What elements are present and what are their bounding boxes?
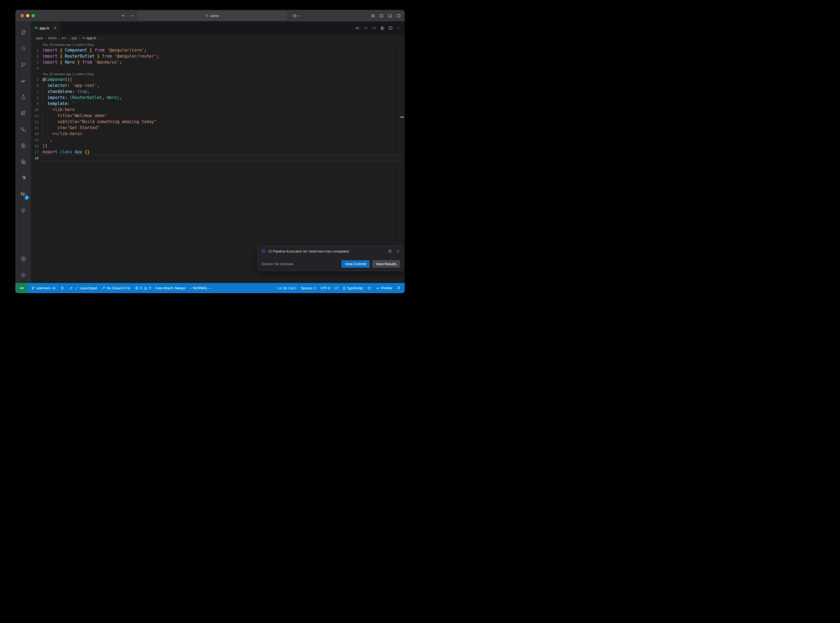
code-line-content: import { Component } from '@angular/core… bbox=[43, 48, 146, 53]
nav-location-icon[interactable] bbox=[364, 26, 368, 31]
line-number[interactable]: 8 bbox=[31, 96, 39, 100]
minimize-window-button[interactable] bbox=[26, 14, 29, 17]
activity-item-source-control[interactable] bbox=[15, 57, 31, 73]
activity-item-extensions[interactable] bbox=[15, 105, 31, 121]
code-line-13[interactable]: 13 cta="Get Started" bbox=[31, 125, 405, 131]
breadcrumb-item-file[interactable]: TS app.ts bbox=[82, 36, 96, 40]
activity-item-containers[interactable] bbox=[15, 202, 31, 218]
split-editor-icon[interactable] bbox=[388, 26, 393, 31]
activity-item-run-debug[interactable] bbox=[15, 73, 31, 89]
arrow-right-icon[interactable] bbox=[130, 14, 134, 18]
code-line-7[interactable]: 7 standalone: true, bbox=[31, 89, 405, 95]
code-line-14[interactable]: 14 ></lib-hero> bbox=[31, 131, 405, 137]
line-number[interactable]: 14 bbox=[31, 132, 39, 136]
line-number[interactable]: 1 bbox=[31, 48, 39, 52]
line-number[interactable]: 4 bbox=[31, 66, 39, 71]
commit-graph-icon[interactable] bbox=[380, 26, 385, 31]
breadcrumb-symbol-tail[interactable]: ... bbox=[101, 36, 104, 40]
customize-layout-icon[interactable] bbox=[371, 14, 375, 18]
activity-item-commit-graph[interactable] bbox=[15, 137, 31, 153]
gear-icon[interactable] bbox=[388, 249, 392, 253]
zoom-window-button[interactable] bbox=[32, 14, 35, 17]
activity-item-projects[interactable] bbox=[15, 121, 31, 137]
cursor-position-item[interactable]: Ln 18, Col 1 bbox=[276, 283, 298, 293]
command-center[interactable]: acme bbox=[138, 12, 286, 20]
line-number[interactable]: 11 bbox=[31, 114, 39, 118]
breadcrumb-item-src[interactable]: src bbox=[62, 36, 66, 40]
code-line-2[interactable]: 2import { RouterOutlet } from '@angular/… bbox=[31, 53, 405, 59]
view-commit-button[interactable]: View Commit bbox=[341, 260, 370, 268]
close-window-button[interactable] bbox=[21, 14, 24, 17]
activity-item-edge-devtools[interactable] bbox=[15, 170, 31, 186]
vim-mode-item[interactable]: -- NORMAL -- bbox=[187, 283, 213, 293]
auto-attach-item[interactable]: Auto Attach: Always bbox=[153, 283, 187, 293]
remote-indicator[interactable]: >< bbox=[15, 283, 28, 293]
breadcrumb-item-app[interactable]: app bbox=[71, 36, 77, 40]
line-number[interactable]: 15 bbox=[31, 138, 39, 142]
language-item[interactable]: {}TypeScript bbox=[341, 283, 365, 293]
activity-item-nx-console[interactable]: N›2 bbox=[15, 186, 31, 202]
prettier-item[interactable]: Prettier bbox=[374, 283, 395, 293]
activity-item-explorer[interactable] bbox=[15, 24, 31, 40]
code-line-1[interactable]: 1import { Component } from '@angular/cor… bbox=[31, 47, 405, 53]
indentation-item[interactable]: Spaces: 2 bbox=[299, 283, 318, 293]
breadcrumb-item-apps[interactable]: apps bbox=[36, 36, 43, 40]
panel-left-icon[interactable] bbox=[379, 14, 384, 18]
branch-item[interactable]: add-hero bbox=[29, 283, 58, 293]
view-results-button[interactable]: View Results bbox=[372, 260, 400, 268]
line-number[interactable]: 12 bbox=[31, 120, 39, 124]
line-number[interactable]: 16 bbox=[31, 144, 39, 148]
arrow-left-icon[interactable] bbox=[121, 14, 126, 18]
code-line-16[interactable]: 16}) bbox=[31, 143, 405, 149]
activity-item-search[interactable] bbox=[15, 40, 31, 57]
close-tab-icon[interactable]: ✕ bbox=[54, 26, 57, 30]
nx-cloud-fix-item[interactable]: Nx Cloud AI Fix bbox=[99, 283, 132, 293]
code-line-6[interactable]: 6 selector: 'app-root', bbox=[31, 83, 405, 89]
code-line-content: imports: [RouterOutlet, Hero], bbox=[43, 95, 122, 100]
code-line-3[interactable]: 3import { Hero } from '@acme/ui'; bbox=[31, 59, 405, 65]
code-line-4[interactable]: 4 bbox=[31, 65, 405, 71]
activity-item-testing[interactable] bbox=[15, 89, 31, 105]
copilot-item[interactable] bbox=[365, 283, 374, 293]
close-icon[interactable] bbox=[396, 249, 400, 253]
activity-item-settings[interactable] bbox=[15, 267, 31, 283]
copilot-menu-button[interactable] bbox=[292, 10, 301, 21]
line-number[interactable]: 10 bbox=[31, 108, 39, 112]
code-line-18[interactable]: 18 bbox=[31, 155, 405, 161]
testing-icon bbox=[20, 94, 26, 100]
more-actions-icon[interactable] bbox=[396, 26, 401, 31]
code-line-12[interactable]: 12 subtitle="Build something amazing tod… bbox=[31, 119, 405, 125]
activity-item-accounts[interactable] bbox=[15, 251, 31, 267]
line-number[interactable]: 17 bbox=[31, 150, 39, 154]
nav-back-icon[interactable] bbox=[355, 26, 360, 31]
line-number[interactable]: 13 bbox=[31, 126, 39, 130]
notifications-item[interactable] bbox=[395, 283, 403, 293]
encoding-item[interactable]: UTF-8 bbox=[318, 283, 332, 293]
code-line-15[interactable]: 15 `, bbox=[31, 137, 405, 143]
problems-item[interactable]: 00 bbox=[132, 283, 153, 293]
panel-right-icon[interactable] bbox=[396, 14, 401, 18]
breadcrumb-item-demo[interactable]: demo bbox=[48, 36, 57, 40]
line-number[interactable]: 9 bbox=[31, 102, 39, 106]
code-line-17[interactable]: 17export class App {} bbox=[31, 149, 405, 155]
code-line-5[interactable]: 5@Component({ bbox=[31, 77, 405, 83]
code-line-9[interactable]: 9 template: ` bbox=[31, 101, 405, 107]
line-number[interactable]: 3 bbox=[31, 60, 39, 64]
eol-item[interactable]: LF bbox=[332, 283, 341, 293]
line-number[interactable]: 2 bbox=[31, 54, 39, 58]
tab-app-ts[interactable]: TS app.ts ✕ bbox=[31, 21, 60, 35]
line-number[interactable]: 6 bbox=[31, 84, 39, 88]
code-editor[interactable]: You, 26 minutes ago | 1 author (You)1imp… bbox=[31, 42, 405, 283]
code-line-8[interactable]: 8 imports: [RouterOutlet, Hero], bbox=[31, 95, 405, 101]
container-icon bbox=[20, 207, 26, 213]
compare-changes-item[interactable] bbox=[58, 283, 67, 293]
line-number[interactable]: 5 bbox=[31, 78, 39, 82]
activity-item-commit-search[interactable] bbox=[15, 153, 31, 170]
code-line-11[interactable]: 11 title="Welcmoe demo" bbox=[31, 113, 405, 119]
line-number[interactable]: 18 bbox=[31, 156, 39, 160]
code-line-10[interactable]: 10 <lib-hero bbox=[31, 107, 405, 113]
launchpad-item[interactable]: Launchpad bbox=[67, 283, 99, 293]
line-number[interactable]: 7 bbox=[31, 90, 39, 94]
panel-bottom-icon[interactable] bbox=[388, 14, 392, 18]
nav-forward-icon[interactable] bbox=[372, 26, 376, 31]
